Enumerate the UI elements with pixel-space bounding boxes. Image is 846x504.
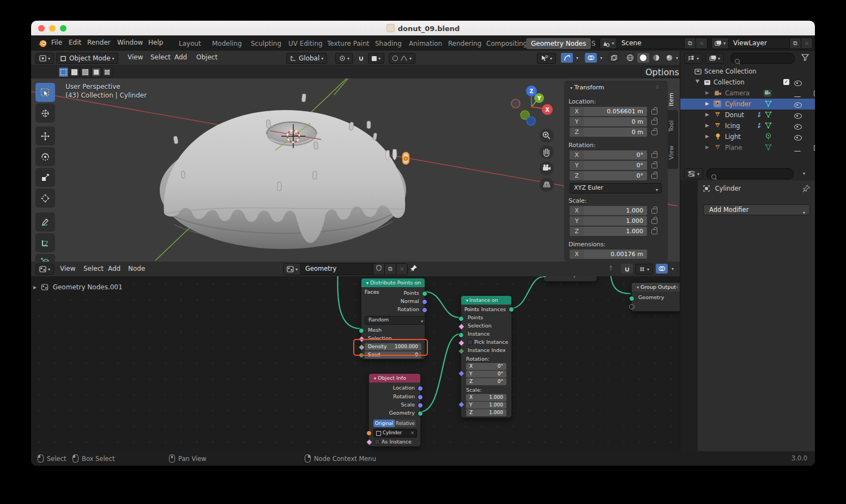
viewlayer-new-button[interactable]: ⧉ [789,38,801,48]
socket-virtual-input[interactable] [629,304,634,309]
mode-dropdown[interactable]: Object Mode ▾ [56,53,118,64]
sidebar-tab-view[interactable]: View [668,136,678,169]
scale-y-field[interactable]: Y1.000 [466,402,506,409]
lock-scale-z-icon[interactable] [651,229,657,234]
menu-window[interactable]: Window [117,39,143,46]
lock-location-z-icon[interactable] [651,130,657,135]
blender-logo-icon[interactable] [38,38,47,48]
viewport-menu-select[interactable]: Select [150,53,171,61]
scale-y-field[interactable]: Y1.000 [570,216,647,226]
pin-icon[interactable] [409,264,418,273]
menu-render[interactable]: Render [87,39,111,46]
tool-rotate[interactable] [35,147,55,166]
density-field[interactable]: Density 1000.000 [365,343,421,350]
node-tree-name[interactable]: Geometry Nodes.001 [301,264,373,275]
add-modifier-dropdown[interactable]: Add Modifier ▾ [703,204,810,215]
xray-toggle[interactable] [608,53,620,63]
breadcrumb-object-name[interactable]: Cylinder [715,185,741,192]
menu-help[interactable]: Help [148,39,163,46]
shading-rendered-button[interactable] [663,53,675,63]
properties-options-chevron[interactable]: ▾ [803,171,805,176]
node-snap-settings-dropdown[interactable]: ▾ [635,264,653,275]
show-gizmo-toggle[interactable] [561,53,573,63]
viewport-nav-buttons[interactable] [540,129,554,192]
shading-material-button[interactable] [650,53,662,63]
toggle-relative[interactable]: Relative [395,420,416,427]
rotation-y-field[interactable]: Y0° [466,371,506,378]
node-group-output[interactable]: ▾Group Output‹ Geometry [631,282,680,312]
outliner-row-plane[interactable]: ▶ Plane [680,142,815,153]
select-mode-invert-button[interactable] [91,67,101,77]
hide-eye-icon[interactable] [794,124,802,130]
scale-x-field[interactable]: X1.000 [570,206,647,215]
outliner-filter-collection-button[interactable]: ▾ [705,53,724,64]
socket-scale-output[interactable] [418,403,423,408]
lock-scale-y-icon[interactable] [651,219,657,224]
rotation-x-field[interactable]: X0° [570,150,647,160]
shading-wireframe-button[interactable] [624,53,636,63]
panel-grip-icon[interactable]: ⠿ [656,85,660,90]
show-overlays-toggle[interactable] [585,53,597,63]
hide-eye-icon[interactable] [794,102,802,108]
node-header[interactable]: ▾Group Output‹ [632,283,680,292]
snap-settings-dropdown[interactable]: ▾ [368,53,384,64]
socket-object-input[interactable] [366,430,372,436]
node-instance-on-points[interactable]: ▾Instance on Points Instances Points Sel… [461,295,512,418]
as-instance-checkbox[interactable] [374,439,380,445]
unlink-node-tree-button[interactable]: × [396,264,407,275]
zoom-button[interactable] [540,129,554,143]
filter-funnel-icon[interactable] [801,54,809,61]
socket-location-output[interactable] [418,386,423,391]
node-menu-view[interactable]: View [60,265,75,272]
workspace-tab-sculpting[interactable]: Sculpting [246,38,286,49]
overlays-dropdown-chevron[interactable]: ▾ [600,56,602,60]
pick-instance-checkbox[interactable] [467,339,473,345]
tool-transform[interactable] [35,189,55,208]
navigation-gizmo[interactable]: Z Y X [511,86,553,125]
node-menu-select[interactable]: Select [83,265,104,272]
hide-eye-closed-icon[interactable] [794,96,801,97]
object-visibility-dropdown[interactable]: ▾ [537,53,556,64]
viewport-menu-object[interactable]: Object [196,53,217,61]
collapse-chevron[interactable]: ▾ [466,298,468,303]
lock-location-y-icon[interactable] [651,120,657,125]
tool-cursor[interactable] [35,104,55,123]
node-tree-browse-button[interactable]: ▾ [284,264,301,275]
node-editor-canvas[interactable]: ▸ Geometry Nodes.001 Geometry ▾Distribut… [31,276,680,451]
hide-eye-icon[interactable] [794,81,802,86]
viewport-editor-type-button[interactable]: ▾ [35,53,54,64]
workspace-tab-rendering[interactable]: Rendering [443,38,486,49]
collapse-chevron[interactable]: ▾ [637,285,639,290]
workspace-tab-geometry-nodes[interactable]: Geometry Nodes [526,38,591,49]
viewport-menu-view[interactable]: View [128,53,143,61]
socket-rotation-output[interactable] [422,307,427,313]
select-mode-set-button[interactable] [58,67,69,77]
node-breadcrumb[interactable]: ▸ Geometry Nodes.001 [33,283,123,291]
perspective-toggle-button[interactable] [540,178,554,192]
menu-file[interactable]: File [51,39,62,46]
collapse-chevron[interactable]: ▾ [366,281,368,286]
disclosure-triangle-icon[interactable]: ▼ [696,78,699,84]
pin-icon[interactable] [802,185,810,193]
dimensions-x-field[interactable]: X0.00176 m [570,250,647,259]
viewlayer-browse-button[interactable]: ▾ [712,38,729,48]
outliner-row-collection[interactable]: ▼ Collection ✓ [680,77,815,88]
location-z-field[interactable]: Z0 m [570,127,647,137]
location-y-field[interactable]: Y0 m [570,117,647,126]
scene-new-button[interactable]: ⧉ [684,38,696,48]
node-header[interactable]: ▾Distribute Points on Faces [361,278,425,287]
hide-eye-icon[interactable] [794,113,802,119]
workspace-tab-layout[interactable]: Layout [174,38,206,49]
breadcrumb-expand-icon[interactable]: ▸ [33,283,37,291]
selected-cylinder-object[interactable] [403,153,409,164]
scene-browse-button[interactable]: ▾ [600,38,617,48]
workspace-tab-texture-paint[interactable]: Texture Paint [322,38,374,49]
scale-x-field[interactable]: X1.000 [466,394,506,401]
disclosure-triangle-icon[interactable]: ▶ [705,90,709,95]
disclosure-triangle-icon[interactable]: ▶ [705,112,709,117]
disable-render-camera-icon[interactable] [814,145,815,151]
shading-dropdown-chevron[interactable]: ▾ [676,56,678,60]
socket-normal-output[interactable] [422,299,427,305]
shading-solid-button[interactable] [637,53,649,63]
location-x-field[interactable]: X0.056601 m [570,107,647,116]
